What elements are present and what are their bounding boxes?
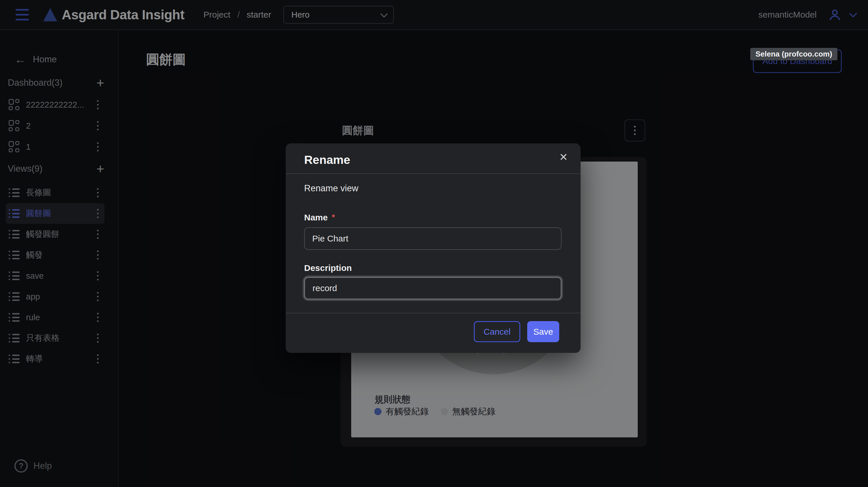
close-icon[interactable]: ✕ xyxy=(559,152,568,162)
save-button[interactable]: Save xyxy=(527,321,559,342)
dialog-subtitle: Rename view xyxy=(304,183,359,194)
app-root: Asgard Data Insight Project / starter He… xyxy=(0,0,868,487)
description-field-label: Description xyxy=(304,263,352,273)
user-tooltip: Selena (profcoo.com) xyxy=(750,48,837,60)
name-field-label-row: Name * xyxy=(304,213,335,222)
divider xyxy=(286,313,581,313)
dialog-title: Rename xyxy=(304,153,350,167)
cancel-button[interactable]: Cancel xyxy=(474,321,520,342)
required-marker: * xyxy=(332,213,335,222)
name-field-label: Name xyxy=(304,213,328,222)
name-input[interactable] xyxy=(304,227,562,250)
description-field-label-row: Description xyxy=(304,263,352,273)
description-input[interactable] xyxy=(304,277,562,299)
divider xyxy=(286,173,581,174)
rename-dialog: Rename ✕ Rename view Name * Description … xyxy=(286,143,581,353)
